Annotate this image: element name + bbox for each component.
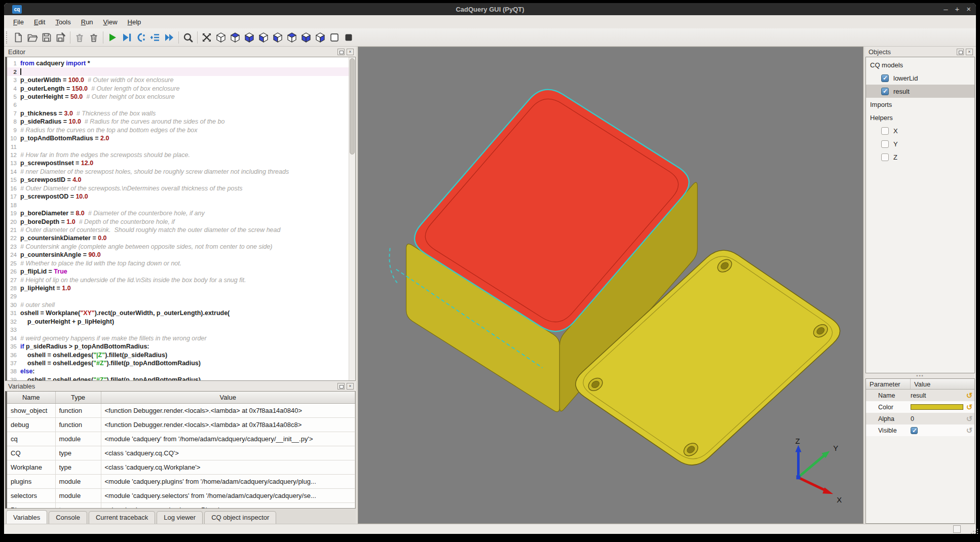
tab-console[interactable]: Console [49,511,87,524]
code-line[interactable]: 29 [7,292,349,300]
code-line[interactable]: 10p_topAndBottomRadius = 2.0 [7,134,349,142]
step-next-button[interactable] [148,30,162,45]
panel-splitter-handle[interactable]: ••• [865,373,975,378]
tree-group-cq-models[interactable]: CQ models [866,58,974,71]
color-swatch[interactable] [911,404,963,410]
code-line[interactable]: 27# Height of lip on the underside of th… [7,276,349,284]
table-row[interactable]: Workplanetype<class 'cadquery.cq.Workpla… [7,460,355,474]
open-file-button[interactable] [25,30,40,45]
code-line[interactable]: 37 oshell = oshell.edges("#Z").fillet(p_… [7,359,349,367]
debug-button[interactable] [120,30,134,45]
tree-item-lowerlid[interactable]: lowerLid [866,71,974,85]
code-editor[interactable]: 1from cadquery import *23p_outerWidth = … [5,57,356,381]
view-front-button[interactable] [256,30,271,45]
variables-float-icon[interactable] [337,383,345,390]
code-line[interactable]: 7p_thickness = 3.0 # Thickness of the bo… [7,109,349,118]
code-line[interactable]: 20p_boreDepth = 1.0 # Depth of the count… [7,217,349,225]
delete-button[interactable] [87,30,101,45]
code-line[interactable]: 31oshell = Workplane("XY").rect(p_outerW… [7,309,349,317]
column-header[interactable]: Name [7,392,55,403]
code-line[interactable]: 9# Radius for the curves on the top and … [7,126,349,134]
param-row-color[interactable]: Color↺ [866,401,974,413]
code-line[interactable]: 25# Whether to place the lid with the to… [7,259,349,267]
column-header[interactable]: Value [101,392,355,403]
param-row-visible[interactable]: Visible↺ [866,424,974,436]
code-line[interactable]: 34# weird geometry happens if we make th… [7,334,349,342]
step-button[interactable] [134,30,148,45]
variables-close-icon[interactable]: × [347,383,354,390]
code-line[interactable]: 2 [7,67,349,75]
tab-log-viewer[interactable]: Log viewer [157,511,203,524]
table-row[interactable]: debugfunction<function Debugger.render.<… [7,417,355,432]
code-line[interactable]: 33 [7,326,349,334]
editor-float-icon[interactable] [337,49,345,55]
table-row[interactable]: show_objectfunction<function Debugger.re… [7,403,355,417]
undo-button[interactable]: ↺ [964,414,974,423]
checkbox[interactable] [881,88,889,95]
code-line[interactable]: 26p_flipLid = True [7,267,349,276]
code-line[interactable]: 23# Countersink angle (complete angle be… [7,243,349,251]
code-line[interactable]: 5p_outerHeight = 50.0 # Outer height of … [7,93,349,101]
code-line[interactable]: 35if p_sideRadius > p_topAndBottomRadius… [7,342,349,351]
new-file-button[interactable] [11,30,25,45]
column-header[interactable]: Type [55,392,101,403]
editor-scrollbar-thumb[interactable] [350,58,355,154]
code-line[interactable]: 11 [7,142,349,150]
view-right-button[interactable] [299,30,313,45]
view-left-button[interactable] [285,30,299,45]
menu-view[interactable]: View [98,17,123,27]
checkbox[interactable] [881,140,889,148]
table-row[interactable]: pluginsmodule<module 'cadquery.plugins' … [7,474,355,488]
tree-item-result[interactable]: result [866,85,974,98]
view-iso-button[interactable] [214,30,228,45]
code-line[interactable]: 22p_countersinkDiameter = 0.0 [7,234,349,242]
undo-button[interactable]: ↺ [964,391,974,400]
toolbar-drag-handle[interactable] [6,31,9,44]
title-bar[interactable]: cq CadQuery GUI (PyQT) –+× [4,3,976,15]
save-as-button[interactable] [54,30,68,45]
clear-button[interactable] [72,30,87,45]
checkbox[interactable] [881,74,889,82]
zoom-tool-button[interactable] [181,30,195,45]
table-row[interactable]: CQtype<class 'cadquery.cq.CQ'> [7,446,355,460]
code-line[interactable]: 17p_screwpostOD = 10.0 [7,192,349,201]
code-line[interactable]: 19p_boreDiameter = 8.0 # Diameter of the… [7,209,349,217]
code-line[interactable]: 13p_screwpostInset = 12.0 [7,159,349,167]
menu-edit[interactable]: Edit [29,17,50,27]
table-row[interactable]: selectorsmodule<module 'cadquery.selecto… [7,488,355,502]
view-side-button[interactable] [313,30,327,45]
continue-button[interactable] [162,30,176,45]
visible-checkbox[interactable] [911,427,918,434]
checkbox[interactable] [881,127,889,135]
code-line[interactable]: 21# Outer diameter of countersink. Shoul… [7,226,349,234]
tab-cq-object-inspector[interactable]: CQ object inspector [204,511,276,524]
code-line[interactable]: 1from cadquery import * [7,59,349,67]
undo-button[interactable]: ↺ [964,426,974,435]
editor-scrollbar[interactable] [349,57,355,380]
code-line[interactable]: 32 p_outerHeight + p_lipHeight) [7,318,349,326]
editor-close-icon[interactable]: × [347,49,354,55]
code-line[interactable]: 12# How far in from the edges the screwp… [7,151,349,159]
viewport-3d[interactable]: Z Y X [358,47,863,524]
view-top-button[interactable] [228,30,242,45]
maximize-button[interactable]: + [955,4,959,15]
code-line[interactable]: 36 oshell = oshell.edges("|Z").fillet(p_… [7,351,349,359]
code-line[interactable]: 4p_outerLength = 150.0 # Outer length of… [7,84,349,92]
view-2d-button[interactable] [327,30,342,45]
code-line[interactable]: 8p_sideRadius = 10.0 # Radius for the cu… [7,118,349,126]
code-line[interactable]: 15p_screwpostID = 4.0 [7,176,349,184]
tab-variables[interactable]: Variables [6,510,47,524]
minimize-button[interactable]: – [944,4,948,15]
code-line[interactable]: 30# outer shell [7,301,349,309]
code-line[interactable]: 16# Outer Diameter of the screwposts.\nD… [7,184,349,192]
menu-tools[interactable]: Tools [50,17,76,27]
tab-current-traceback[interactable]: Current traceback [89,511,155,524]
tree-item-x[interactable]: X [866,124,974,137]
code-line[interactable]: 24p_countersinkAngle = 90.0 [7,251,349,259]
code-line[interactable]: 39 oshell = oshell.edges("#Z").fillet(p_… [7,376,349,380]
menu-file[interactable]: File [8,17,29,27]
code-line[interactable]: 3p_outerWidth = 100.0 # Outer width of b… [7,76,349,84]
param-row-name[interactable]: Nameresult↺ [866,390,974,401]
menu-run[interactable]: Run [76,17,98,27]
checkbox[interactable] [881,153,889,161]
